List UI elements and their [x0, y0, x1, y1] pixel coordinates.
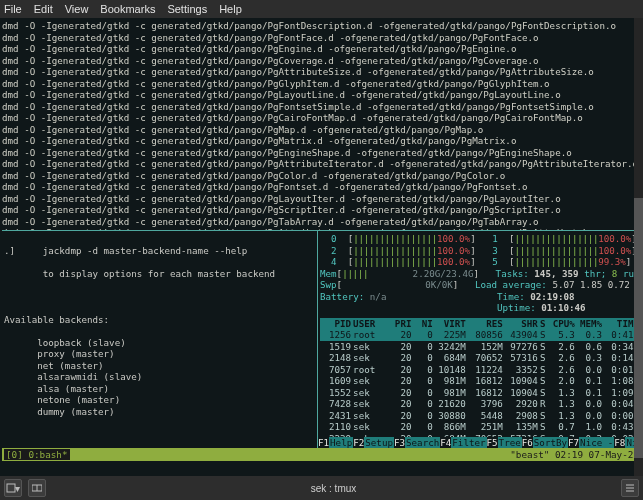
process-row[interactable]: 2431sek2003088054482908S1.30.00:00. — [320, 410, 639, 422]
compile-line: dmd -O -Igenerated/gtkd -c generated/gtk… — [2, 147, 641, 159]
compile-line: dmd -O -Igenerated/gtkd -c generated/gtk… — [2, 216, 641, 228]
list-item: netone (master) — [4, 394, 315, 406]
fn-key[interactable]: F3 — [394, 437, 405, 448]
htop-header[interactable]: PID USER PRI NI VIRT RES SHR S CPU% MEM%… — [320, 318, 639, 330]
load-label: Load average: — [475, 279, 552, 290]
process-row[interactable]: 1256root200225M8085643904S5.30.30:41. — [320, 329, 639, 341]
app-bottom-bar: ▾ sek : tmux — [0, 476, 643, 500]
process-row[interactable]: 7057root20010148112243352S2.60.00:01. — [320, 364, 639, 376]
jackd-help-pane[interactable]: .] jackdmp -d master-backend-name --help… — [2, 231, 318, 448]
fn-key[interactable]: F1 — [318, 437, 329, 448]
compile-line: dmd -O -Igenerated/gtkd -c generated/gtk… — [2, 101, 641, 113]
compile-line: dmd -O -Igenerated/gtkd -c generated/gtk… — [2, 66, 641, 78]
htop-pane[interactable]: 0 [||||||||||||||||100.0%] 1 [||||||||||… — [318, 231, 641, 448]
time-label: Time: — [497, 291, 530, 302]
fn-key[interactable]: F6 — [522, 437, 533, 448]
compile-line: dmd -O -Igenerated/gtkd -c generated/gtk… — [2, 204, 641, 216]
cpu-row: 4 [||||||||||||||||100.0%] 5 [||||||||||… — [320, 256, 639, 268]
compile-output-pane[interactable]: dmd -O -Igenerated/gtkd -c generated/gtk… — [2, 20, 641, 230]
battery-label: Battery: — [320, 291, 364, 302]
compile-line: dmd -O -Igenerated/gtkd -c generated/gtk… — [2, 55, 641, 67]
tmux-status-bar[interactable]: [0] 0:bash* "beast" 02:19 07-May-21 — [2, 448, 641, 461]
process-row[interactable]: 7428sek2002162037962920R1.30.00:04. — [320, 398, 639, 410]
tmux-window[interactable]: [0] 0:bash* — [4, 449, 70, 460]
fn-key[interactable]: F2 — [353, 437, 364, 448]
new-tab-button[interactable]: ▾ — [4, 479, 22, 497]
compile-line: dmd -O -Igenerated/gtkd -c generated/gtk… — [2, 112, 641, 124]
compile-line: dmd -O -Igenerated/gtkd -c generated/gtk… — [2, 158, 641, 170]
list-item: proxy (master) — [4, 348, 315, 360]
process-row[interactable]: 1519sek2003242M152M97276S2.60.60:34. — [320, 341, 639, 353]
compile-line: dmd -O -Igenerated/gtkd -c generated/gtk… — [2, 193, 641, 205]
terminal[interactable]: dmd -O -Igenerated/gtkd -c generated/gtk… — [0, 18, 643, 476]
split-button[interactable] — [28, 479, 46, 497]
compile-line: dmd -O -Igenerated/gtkd -c generated/gtk… — [2, 135, 641, 147]
menu-help[interactable]: Help — [219, 3, 242, 15]
list-item: alsa (master) — [4, 383, 315, 395]
list-item: dummy (master) — [4, 406, 315, 418]
process-row[interactable]: 2110sek200866M251M135MS0.71.00:43. — [320, 421, 639, 433]
tasks-label: Tasks: — [496, 268, 535, 279]
menu-view[interactable]: View — [65, 3, 89, 15]
fn-key[interactable]: F5 — [487, 437, 498, 448]
scrollbar[interactable] — [634, 18, 643, 476]
list-item: loopback (slave) — [4, 337, 315, 349]
tmux-clock: "beast" 02:19 07-May-21 — [510, 449, 639, 460]
compile-line: dmd -O -Igenerated/gtkd -c generated/gtk… — [2, 89, 641, 101]
compile-line: dmd -O -Igenerated/gtkd -c generated/gtk… — [2, 170, 641, 182]
hamburger-button[interactable] — [621, 479, 639, 497]
process-row[interactable]: 2148sek200684M7065257316S2.60.30:14. — [320, 352, 639, 364]
cpu-row: 2 [||||||||||||||||100.0%] 3 [||||||||||… — [320, 245, 639, 257]
list-item: alsarawmidi (slave) — [4, 371, 315, 383]
fn-key[interactable]: F7 — [568, 437, 579, 448]
compile-line: dmd -O -Igenerated/gtkd -c generated/gtk… — [2, 20, 641, 32]
fn-key[interactable]: F4 — [440, 437, 451, 448]
compile-line: dmd -O -Igenerated/gtkd -c generated/gtk… — [2, 32, 641, 44]
scroll-thumb[interactable] — [634, 198, 643, 458]
htop-fn-bar[interactable]: F1HelpF2SetupF3SearchF4FilterF5TreeF6Sor… — [318, 437, 641, 449]
compile-line: dmd -O -Igenerated/gtkd -c generated/gtk… — [2, 181, 641, 193]
svg-rect-0 — [7, 484, 15, 492]
jackd-header: .] jackdmp -d master-backend-name --help — [4, 245, 315, 257]
cpu-row: 0 [||||||||||||||||100.0%] 1 [||||||||||… — [320, 233, 639, 245]
list-item: net (master) — [4, 360, 315, 372]
window-title: sek : tmux — [311, 483, 357, 494]
menu-bookmarks[interactable]: Bookmarks — [100, 3, 155, 15]
menu-edit[interactable]: Edit — [34, 3, 53, 15]
backends-label: Available backends: — [4, 314, 315, 326]
menu-bar: File Edit View Bookmarks Settings Help — [0, 0, 643, 18]
process-row[interactable]: 1552sek200981M1681210904S1.30.11:09. — [320, 387, 639, 399]
uptime-label: Uptime: — [497, 302, 541, 313]
compile-line: dmd -O -Igenerated/gtkd -c generated/gtk… — [2, 78, 641, 90]
jackd-sub: to display options for each master backe… — [4, 268, 315, 280]
menu-file[interactable]: File — [4, 3, 22, 15]
compile-line: dmd -O -Igenerated/gtkd -c generated/gtk… — [2, 43, 641, 55]
process-row[interactable]: 1609sek200981M1681210904S2.00.11:08. — [320, 375, 639, 387]
compile-line: dmd -O -Igenerated/gtkd -c generated/gtk… — [2, 124, 641, 136]
menu-settings[interactable]: Settings — [167, 3, 207, 15]
fn-key[interactable]: F8 — [614, 437, 625, 448]
